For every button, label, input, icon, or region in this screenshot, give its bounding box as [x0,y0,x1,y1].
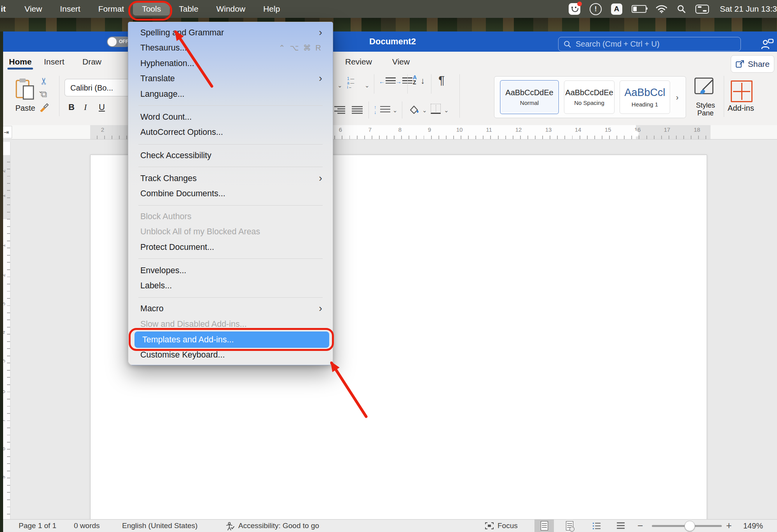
styles-more-chevron[interactable]: › [676,93,679,102]
ribbon-tab[interactable]: View [392,55,410,69]
app-notification-icon[interactable] [569,3,580,15]
multilevel-list-icon[interactable]: 1 —a —i – [347,77,361,90]
web-layout-view-button[interactable] [560,520,579,532]
numbered-list-chevron[interactable]: ⌄ [337,82,342,89]
sort-icon[interactable]: AZ↓ [413,75,417,85]
ribbon-tab[interactable]: Home [9,55,31,69]
line-spacing-icon[interactable]: ↑↓ [374,105,377,115]
search-input[interactable]: Search (Cmd + Ctrl + U) [558,37,741,51]
paste-button[interactable] [15,77,37,103]
ribbon-tab[interactable]: Insert [44,55,65,69]
tools-menu-item-label: Macro [140,304,164,313]
ruler-number: 18 [694,126,700,133]
control-center-icon[interactable] [695,5,709,14]
zoom-in-button[interactable]: + [726,520,732,532]
focus-icon[interactable] [485,522,494,531]
style-card[interactable]: AaBbCcl Heading 1 [620,80,670,114]
style-card[interactable]: AaBbCcDdEe Normal [500,80,559,114]
ruler-number: 6 [339,126,342,133]
focus-label[interactable]: Focus [498,520,518,532]
cut-icon[interactable]: ✂ [38,77,49,85]
spotlight-search-icon[interactable] [677,4,686,14]
italic-button[interactable]: I [84,102,87,112]
status-bar: Page 1 of 1 0 words English (United Stat… [0,519,777,532]
decrease-indent-icon[interactable]: ← [379,77,396,85]
tools-menu-item[interactable]: AutoCorrect Options... [133,124,328,140]
zoom-out-button[interactable]: − [637,520,643,532]
tools-menu-item[interactable]: Customise Keyboard... [133,347,328,363]
font-name-combo[interactable]: Calibri (Bo... [65,79,131,96]
divider [368,101,369,119]
justify-icon[interactable] [352,106,363,115]
accessibility-status[interactable]: Accessibility: Good to go [238,520,319,532]
desktop-wallpaper-left-edge [0,31,3,532]
styles-gallery: AaBbCcDdEe Normal AaBbCcDdEe No Spacing … [494,76,686,118]
zoom-level[interactable]: 149% [743,520,763,532]
document-area: 21123456789 [0,139,777,520]
tools-menu-item[interactable]: Labels... [133,278,328,293]
wifi-icon[interactable] [656,5,667,13]
update-alert-icon[interactable]: ! [590,3,602,15]
battery-icon[interactable] [632,5,646,13]
format-painter-icon[interactable] [39,102,49,113]
menubar-item[interactable]: Insert [51,2,89,16]
tools-menu-item[interactable]: Macro › [133,301,328,316]
zoom-slider-thumb[interactable] [684,521,695,531]
copy-icon[interactable]: ⧉ [41,89,47,99]
word-count[interactable]: 0 words [74,520,100,532]
input-source-icon[interactable]: A [611,3,622,15]
tools-menu-item[interactable]: Thesaurus... ⌃ ⌥ ⌘ R [133,40,328,56]
tools-menu-item[interactable]: Translate › [133,71,328,86]
align-right-icon[interactable] [334,106,345,115]
bold-button[interactable]: B [68,102,75,112]
tools-menu-item[interactable]: Track Changes › [133,171,328,186]
share-button[interactable]: Share [731,55,774,73]
menubar-item[interactable]: Help [254,2,289,16]
tools-menu-item[interactable]: Combine Documents... [133,186,328,201]
tools-menu-item[interactable]: Word Count... [133,109,328,125]
tools-menu-item[interactable]: Language... [133,86,328,102]
borders-icon[interactable] [431,104,441,114]
outline-view-button[interactable] [587,520,606,532]
tools-menu-item[interactable]: Templates and Add-ins... [134,331,329,348]
styles-pane-button[interactable] [694,77,717,101]
menu-separator [138,144,323,145]
tools-menu-item-accessory: ⌃ ⌥ ⌘ R [279,40,322,56]
menubar-item[interactable]: Window [207,2,254,16]
ribbon-tab[interactable]: Draw [82,55,101,69]
tools-menu-item-label: Combine Documents... [140,189,225,198]
line-spacing-chevron[interactable]: ⌄ [393,107,398,114]
print-layout-view-button[interactable] [534,520,554,532]
draft-view-button[interactable] [611,520,630,532]
menubar-item[interactable]: Table [170,2,207,16]
tools-menu-item[interactable]: Block Authors [133,209,328,224]
menu-separator [138,105,323,106]
menubar-item[interactable]: View [16,2,51,16]
tools-menu-item[interactable]: Hyphenation... [133,56,328,71]
tools-menu-item[interactable]: Unblock All of my Blocked Areas [133,224,328,239]
tools-menu-item[interactable]: Check Accessibility [133,148,328,163]
tools-menu-item[interactable]: Slow and Disabled Add-ins... [133,316,328,332]
menubar-item[interactable]: Tools [133,2,170,16]
menubar-item[interactable]: Format [89,2,133,16]
tools-menu-item-label: Labels... [140,281,172,290]
ribbon-tab[interactable]: Review [345,55,372,69]
style-card[interactable]: AaBbCcDdEe No Spacing [564,80,615,114]
tools-menu-item[interactable]: Protect Document... [133,239,328,255]
underline-button[interactable]: U [99,102,105,112]
menubar-clock[interactable]: Sat 21 Jun 13:3 [718,4,777,14]
tools-menu-item[interactable]: Spelling and Grammar › [133,25,328,40]
shading-bucket-icon[interactable] [408,105,420,116]
add-ins-icon[interactable] [731,80,753,102]
tools-menu-item[interactable]: Envelopes... [133,263,328,278]
page-count[interactable]: Page 1 of 1 [19,520,56,532]
show-paragraph-marks-icon[interactable]: ¶ [438,73,445,87]
increase-indent-icon[interactable]: → [396,77,412,85]
presence-people-icon[interactable] [761,38,774,50]
menubar-item-edit-partial[interactable]: it [1,0,6,18]
language-status[interactable]: English (United States) [122,520,197,532]
autosave-toggle[interactable]: OFF [107,37,131,47]
shading-chevron[interactable]: ⌄ [422,107,427,114]
borders-chevron[interactable]: ⌄ [444,107,449,114]
multilevel-list-chevron[interactable]: ⌄ [365,82,370,89]
